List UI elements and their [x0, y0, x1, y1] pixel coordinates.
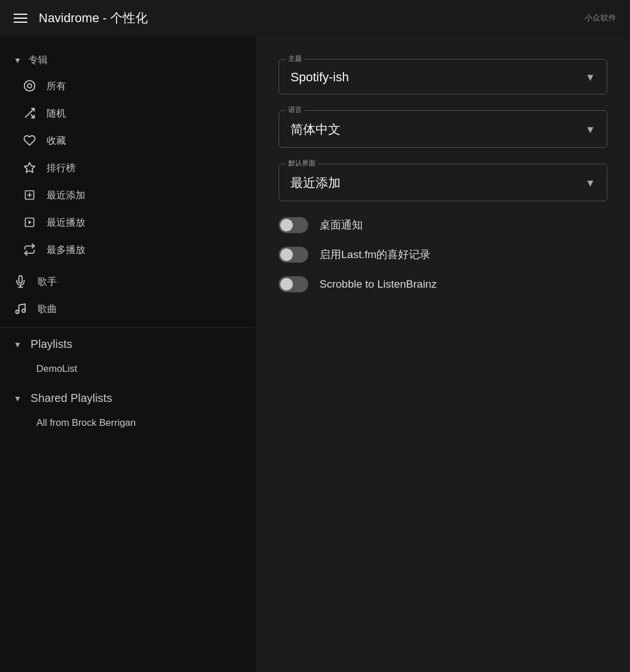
svg-point-12 — [16, 310, 19, 314]
playlists-section-header[interactable]: ▼ Playlists — [0, 332, 256, 356]
language-form-group: 语言 简体中文 ▼ — [279, 110, 607, 148]
sidebar: ▼ 专辑 所有 随机 收藏 排行榜 最近添加 — [0, 36, 256, 672]
sidebar-item-most-played[interactable]: 最多播放 — [0, 236, 256, 263]
svg-point-0 — [24, 81, 35, 91]
shared-playlists-section-header[interactable]: ▼ Shared Playlists — [0, 386, 256, 410]
sidebar-item-songs[interactable]: 歌曲 — [0, 295, 256, 322]
play-icon — [23, 215, 36, 229]
all-icon — [23, 79, 36, 93]
language-select-wrapper: 语言 简体中文 ▼ — [279, 110, 607, 148]
page-title: Navidrome - 个性化 — [39, 10, 148, 27]
albums-label: 专辑 — [28, 53, 48, 67]
sidebar-item-top[interactable]: 排行榜 — [0, 154, 256, 181]
listenbrainz-label: Scrobble to ListenBrainz — [320, 278, 437, 291]
language-select[interactable]: 简体中文 ▼ — [279, 112, 607, 147]
theme-select[interactable]: Spotify-ish ▼ — [279, 61, 607, 94]
recently-played-label: 最近播放 — [47, 216, 85, 229]
theme-label: 主题 — [286, 54, 304, 64]
header: Navidrome - 个性化 小众软件 — [0, 0, 630, 36]
playlists-section: ▼ Playlists DemoList — [0, 332, 256, 381]
desktop-notify-row: 桌面通知 — [279, 217, 607, 233]
content-area: 主题 Spotify-ish ▼ 语言 简体中文 ▼ 默认界面 — [256, 36, 630, 672]
heart-icon — [23, 134, 36, 147]
sidebar-item-recently-played[interactable]: 最近播放 — [0, 209, 256, 236]
listenbrainz-toggle[interactable] — [279, 276, 308, 292]
songs-label: 歌曲 — [38, 302, 57, 316]
lastfm-label: 启用Last.fm的喜好记录 — [320, 247, 430, 262]
playlist-brock[interactable]: All from Brock Berrigan — [0, 410, 256, 435]
shared-playlists-label: Shared Playlists — [31, 392, 112, 405]
sidebar-item-all[interactable]: 所有 — [0, 72, 256, 99]
sidebar-item-random[interactable]: 随机 — [0, 99, 256, 127]
desktop-notify-toggle[interactable] — [279, 217, 308, 233]
listenbrainz-slider — [279, 276, 308, 292]
star-icon — [23, 161, 36, 175]
repeat-icon — [23, 243, 36, 256]
default-view-form-group: 默认界面 最近添加 ▼ — [279, 164, 607, 201]
artists-label: 歌手 — [38, 275, 57, 288]
watermark: 小众软件 — [585, 13, 616, 23]
theme-arrow-icon: ▼ — [585, 72, 595, 84]
default-view-value: 最近添加 — [291, 175, 341, 192]
theme-value: Spotify-ish — [291, 70, 349, 85]
shared-playlists-chevron: ▼ — [14, 394, 22, 403]
default-view-select[interactable]: 最近添加 ▼ — [279, 165, 607, 201]
lastfm-toggle[interactable] — [279, 247, 308, 263]
listenbrainz-row: Scrobble to ListenBrainz — [279, 276, 607, 292]
svg-marker-9 — [28, 221, 31, 225]
menu-button[interactable] — [14, 14, 27, 23]
albums-chevron: ▼ — [14, 56, 22, 65]
toggle-section: 桌面通知 启用Last.fm的喜好记录 Scrobble to ListenBr… — [279, 217, 607, 292]
sidebar-item-recently-added[interactable]: 最近添加 — [0, 181, 256, 209]
theme-form-group: 主题 Spotify-ish ▼ — [279, 59, 607, 94]
default-view-select-wrapper: 默认界面 最近添加 ▼ — [279, 164, 607, 201]
top-label: 排行榜 — [47, 161, 76, 175]
language-label: 语言 — [286, 105, 304, 115]
main-layout: ▼ 专辑 所有 随机 收藏 排行榜 最近添加 — [0, 36, 630, 672]
demolist-label: DemoList — [36, 363, 77, 374]
default-view-label: 默认界面 — [286, 159, 318, 168]
desktop-notify-slider — [279, 217, 308, 233]
shared-playlists-section: ▼ Shared Playlists All from Brock Berrig… — [0, 386, 256, 435]
sidebar-item-artists[interactable]: 歌手 — [0, 268, 256, 295]
random-label: 随机 — [47, 107, 66, 120]
svg-marker-4 — [24, 163, 35, 172]
header-left: Navidrome - 个性化 — [14, 10, 148, 27]
sidebar-divider — [0, 327, 256, 327]
svg-point-1 — [27, 84, 31, 88]
playlists-label: Playlists — [31, 338, 72, 351]
playlists-chevron: ▼ — [14, 340, 22, 349]
random-icon — [23, 106, 36, 120]
lastfm-row: 启用Last.fm的喜好记录 — [279, 247, 607, 263]
brock-label: All from Brock Berrigan — [36, 417, 136, 428]
all-label: 所有 — [47, 80, 66, 93]
albums-section-header[interactable]: ▼ 专辑 — [0, 48, 256, 72]
albums-section: ▼ 专辑 所有 随机 收藏 排行榜 最近添加 — [0, 48, 256, 263]
music-note-icon — [14, 302, 27, 316]
most-played-label: 最多播放 — [47, 243, 85, 256]
svg-point-13 — [22, 309, 26, 313]
favorites-label: 收藏 — [47, 134, 66, 147]
language-value: 简体中文 — [291, 121, 341, 138]
lastfm-slider — [279, 247, 308, 263]
default-view-arrow-icon: ▼ — [585, 177, 595, 189]
desktop-notify-label: 桌面通知 — [320, 218, 363, 233]
theme-select-wrapper: 主题 Spotify-ish ▼ — [279, 59, 607, 94]
add-icon — [23, 188, 36, 202]
playlist-demolist[interactable]: DemoList — [0, 356, 256, 381]
language-arrow-icon: ▼ — [585, 124, 595, 136]
sidebar-item-favorites[interactable]: 收藏 — [0, 127, 256, 154]
recently-added-label: 最近添加 — [47, 189, 85, 202]
mic-icon — [14, 275, 27, 288]
